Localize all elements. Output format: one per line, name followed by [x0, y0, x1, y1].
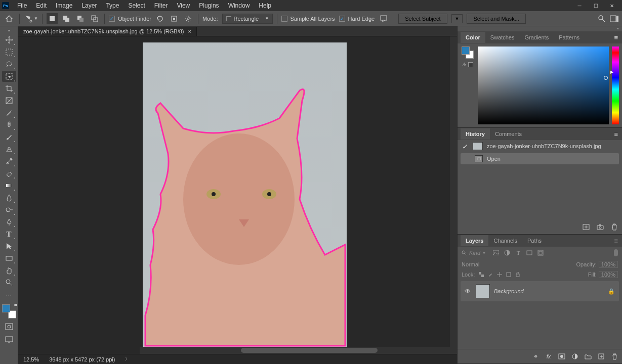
color-swatches[interactable]: ⇄ — [2, 304, 16, 318]
fill-value[interactable]: 100% — [599, 271, 618, 278]
path-selection-tool[interactable] — [2, 241, 16, 252]
menu-image[interactable]: Image — [52, 1, 76, 11]
healing-brush-tool[interactable] — [2, 119, 16, 130]
workspace-switcher[interactable] — [610, 15, 619, 22]
horizontal-scrollbar[interactable] — [140, 347, 457, 354]
color-panel-menu[interactable]: ≡ — [610, 34, 622, 41]
layer-thumbnail[interactable] — [476, 284, 490, 298]
dodge-tool[interactable] — [2, 204, 16, 215]
canvas-viewport[interactable] — [18, 36, 457, 354]
quick-mask-button[interactable] — [3, 322, 15, 332]
marquee-tool[interactable] — [2, 47, 16, 58]
feedback-button[interactable] — [379, 13, 390, 24]
lock-position-icon[interactable] — [496, 271, 503, 278]
clone-stamp-tool[interactable] — [2, 144, 16, 155]
refresh-button[interactable] — [154, 13, 165, 24]
new-layer-button[interactable] — [597, 352, 606, 360]
select-subject-button[interactable]: Select Subject — [398, 14, 447, 24]
screen-mode-button[interactable] — [3, 335, 15, 345]
rectangle-tool[interactable] — [2, 253, 16, 264]
minimize-button[interactable]: ─ — [571, 1, 588, 10]
group-layers-button[interactable] — [584, 352, 593, 360]
move-tool[interactable] — [2, 34, 16, 46]
subtract-selection-button[interactable] — [75, 13, 86, 24]
overlay-button[interactable] — [169, 13, 180, 24]
document-image[interactable] — [143, 42, 347, 347]
zoom-level[interactable]: 12.5% — [23, 356, 39, 362]
menu-edit[interactable]: Edit — [32, 1, 51, 11]
tab-patterns[interactable]: Patterns — [554, 32, 585, 43]
eraser-tool[interactable] — [2, 168, 16, 179]
filter-smart-icon[interactable] — [536, 249, 545, 257]
maximize-button[interactable]: ☐ — [588, 1, 604, 10]
link-layers-button[interactable]: ⚭ — [531, 352, 540, 360]
layer-mask-button[interactable] — [557, 352, 566, 360]
document-tab[interactable]: zoe-gayah-jonker-uhnbTZC7N9k-unsplash.jp… — [18, 27, 197, 36]
layer-filter-kind[interactable]: Kind ▼ — [462, 250, 486, 256]
type-tool[interactable]: T — [2, 229, 16, 240]
color-field[interactable] — [478, 47, 609, 124]
menu-window[interactable]: Window — [224, 1, 254, 11]
history-snapshot[interactable]: zoe-gayah-jonker-uhnbTZC7N9k-unsplash.jp… — [458, 140, 622, 152]
layer-style-button[interactable]: fx — [544, 352, 553, 360]
filter-type-icon[interactable]: T — [514, 249, 522, 257]
tab-history[interactable]: History — [461, 128, 490, 140]
foreground-color-swatch[interactable] — [2, 304, 10, 312]
tab-comments[interactable]: Comments — [490, 128, 527, 140]
menu-file[interactable]: File — [13, 1, 31, 11]
object-finder-checkbox[interactable] — [109, 16, 115, 22]
pen-tool[interactable] — [2, 216, 16, 228]
create-document-button[interactable] — [582, 223, 591, 231]
filter-pixel-icon[interactable] — [492, 249, 500, 257]
blend-mode-dropdown[interactable]: Normal — [462, 261, 512, 267]
select-subject-dropdown[interactable]: ▼ — [451, 14, 463, 23]
brush-tool[interactable] — [2, 131, 16, 143]
filter-shape-icon[interactable] — [525, 249, 533, 257]
layer-visibility-icon[interactable]: 👁 — [465, 288, 472, 295]
zoom-tool[interactable] — [2, 277, 16, 288]
status-bar-flyout[interactable]: 〉 — [125, 356, 130, 362]
history-brush-tool[interactable] — [2, 156, 16, 167]
intersect-selection-button[interactable] — [89, 13, 100, 24]
adjustment-layer-button[interactable] — [570, 352, 579, 360]
frame-tool[interactable] — [2, 95, 16, 106]
vertical-scrollbar[interactable] — [450, 36, 457, 347]
eyedropper-tool[interactable] — [2, 107, 16, 118]
hand-tool[interactable] — [2, 265, 16, 276]
lock-all-icon[interactable] — [514, 271, 521, 278]
menu-view[interactable]: View — [173, 1, 194, 11]
gamut-warning[interactable]: ⚠ — [462, 62, 473, 67]
gradient-tool[interactable] — [2, 180, 16, 191]
new-selection-button[interactable] — [47, 13, 58, 24]
filter-toggle[interactable] — [614, 249, 618, 256]
close-button[interactable]: ✕ — [604, 1, 620, 10]
hue-slider[interactable]: ▶ — [612, 47, 619, 124]
lock-pixels-icon[interactable] — [487, 271, 494, 278]
layer-lock-icon[interactable]: 🔒 — [608, 288, 615, 295]
opacity-value[interactable]: 100% — [599, 261, 618, 268]
tab-channels[interactable]: Channels — [488, 235, 522, 246]
layers-panel-menu[interactable]: ≡ — [610, 237, 622, 245]
delete-state-button[interactable] — [610, 223, 619, 231]
delete-layer-button[interactable] — [610, 352, 619, 360]
menu-help[interactable]: Help — [255, 1, 275, 11]
tab-paths[interactable]: Paths — [522, 235, 547, 246]
lasso-tool[interactable] — [2, 59, 16, 70]
tab-swatches[interactable]: Swatches — [485, 32, 520, 43]
menu-select[interactable]: Select — [124, 1, 149, 11]
layer-name[interactable]: Background — [494, 288, 524, 294]
lock-artboard-icon[interactable] — [505, 271, 512, 278]
history-panel-menu[interactable]: ≡ — [610, 130, 622, 138]
select-and-mask-button[interactable]: Select and Mask... — [467, 14, 526, 24]
layer-background[interactable]: 👁 Background 🔒 — [461, 281, 619, 301]
object-selection-tool[interactable] — [2, 71, 16, 82]
tab-gradients[interactable]: Gradients — [519, 32, 554, 43]
crop-tool[interactable] — [2, 83, 16, 94]
menu-type[interactable]: Type — [102, 1, 123, 11]
close-tab-icon[interactable]: × — [188, 28, 191, 34]
search-icon[interactable] — [598, 15, 606, 23]
blur-tool[interactable] — [2, 192, 16, 203]
edit-toolbar-button[interactable]: ··· — [2, 289, 16, 300]
mode-dropdown[interactable]: Rectangle ▼ — [222, 14, 273, 24]
menu-filter[interactable]: Filter — [150, 1, 172, 11]
